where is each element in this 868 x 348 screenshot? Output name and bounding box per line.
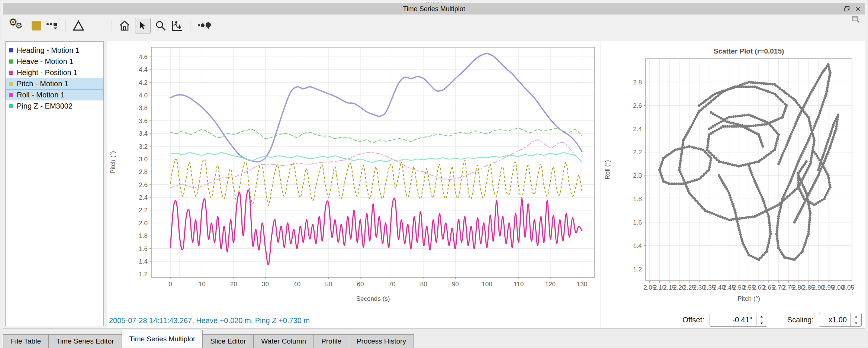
- scaling-increment-button[interactable]: ▲: [851, 314, 861, 319]
- svg-text:1.2: 1.2: [139, 271, 148, 278]
- svg-text:2.8: 2.8: [139, 168, 148, 175]
- scaling-label: Scaling:: [787, 316, 814, 324]
- offset-increment-button[interactable]: ▲: [756, 314, 767, 319]
- legend-label: Ping Z - EM3002: [17, 102, 73, 110]
- plot-color-swatch-button[interactable]: [32, 21, 41, 30]
- svg-text:2.0: 2.0: [139, 220, 148, 227]
- pointer-select-button[interactable]: [135, 18, 151, 33]
- heave-swatch-icon: [9, 59, 13, 64]
- svg-text:Scatter Plot (r=0.015): Scatter Plot (r=0.015): [714, 47, 784, 55]
- svg-text:Pitch (°): Pitch (°): [737, 295, 760, 302]
- svg-text:70: 70: [389, 281, 396, 288]
- svg-text:3.0: 3.0: [139, 156, 148, 163]
- height-swatch-icon: [9, 71, 13, 75]
- offset-decrement-button[interactable]: ▼: [756, 320, 767, 326]
- svg-text:10: 10: [199, 281, 206, 288]
- point-size-icon[interactable]: [197, 20, 212, 31]
- tab-water-column[interactable]: Water Column: [253, 334, 314, 348]
- bottom-tabbar: File Table Time Series Editor Time Serie…: [0, 329, 868, 348]
- zoom-icon[interactable]: [155, 20, 166, 31]
- scatter-chart-panel: 2.052.102.152.202.252.302.352.402.452.50…: [601, 41, 865, 328]
- legend-label: Heave - Motion 1: [17, 57, 73, 66]
- window-titlebar[interactable]: Time Series Multiplot: [3, 3, 865, 14]
- scaling-decrement-button[interactable]: ▼: [851, 320, 861, 326]
- legend-item-pingz[interactable]: Ping Z - EM3002: [6, 100, 103, 112]
- tab-profile[interactable]: Profile: [314, 334, 349, 348]
- svg-text:1.4: 1.4: [139, 258, 148, 265]
- svg-text:2.0: 2.0: [633, 172, 642, 179]
- svg-text:130: 130: [577, 281, 587, 288]
- svg-text:4.4: 4.4: [139, 66, 148, 73]
- svg-text:110: 110: [514, 281, 524, 288]
- legend-item-heave[interactable]: Heave - Motion 1: [6, 56, 103, 67]
- svg-text:4.2: 4.2: [139, 79, 148, 86]
- panel-divider[interactable]: [600, 41, 600, 328]
- legend-label: Pitch - Motion 1: [17, 80, 68, 88]
- svg-text:1.6: 1.6: [139, 245, 148, 252]
- legend-label: Height - Position 1: [17, 68, 77, 77]
- svg-text:1.6: 1.6: [633, 219, 642, 226]
- dock-border: [3, 328, 865, 329]
- tab-process-history[interactable]: Process History: [349, 334, 414, 348]
- tab-slice-editor[interactable]: Slice Editor: [202, 334, 254, 348]
- svg-text:2.4: 2.4: [139, 194, 148, 201]
- svg-text:Roll (°): Roll (°): [604, 160, 611, 179]
- legend-label: Heading - Motion 1: [17, 46, 80, 55]
- triangle-marker-icon[interactable]: [72, 20, 85, 32]
- svg-text:Pitch (°): Pitch (°): [109, 151, 116, 174]
- toolbar-separator: [65, 19, 65, 32]
- tab-time-series-multiplot[interactable]: Time Series Multiplot: [122, 330, 203, 348]
- svg-text:50: 50: [325, 281, 332, 288]
- svg-text:1.2: 1.2: [633, 266, 642, 273]
- offset-label: Offset:: [682, 316, 704, 324]
- point-style-menu-icon[interactable]: [46, 20, 58, 31]
- timeseries-chart[interactable]: 01020304050607080901001101201301.21.41.6…: [107, 41, 600, 306]
- toolbar-separator: [190, 19, 190, 32]
- svg-text:20: 20: [230, 281, 237, 288]
- scaling-spinbox[interactable]: x1.00 ▲▼: [819, 313, 862, 327]
- svg-text:90: 90: [452, 281, 459, 288]
- svg-text:3.2: 3.2: [139, 143, 148, 150]
- legend-item-roll[interactable]: Roll - Motion 1: [6, 89, 103, 100]
- legend-label: Roll - Motion 1: [17, 91, 65, 99]
- offset-scaling-controls: Offset: -0.41° ▲▼ Scaling: x1.00 ▲▼: [682, 313, 862, 327]
- autoscale-vertical-icon[interactable]: [171, 19, 183, 32]
- color-swatch: [32, 21, 41, 30]
- svg-text:3.6: 3.6: [139, 117, 148, 125]
- toolbar-separator: [112, 19, 112, 32]
- scatter-chart[interactable]: 2.052.102.152.202.252.302.352.402.452.50…: [601, 41, 865, 306]
- heading-swatch-icon: [9, 48, 13, 52]
- svg-text:0: 0: [168, 281, 172, 288]
- svg-text:100: 100: [482, 281, 492, 288]
- settings-gears-icon[interactable]: ⚙⚙: [8, 17, 27, 34]
- tab-file-table[interactable]: File Table: [3, 334, 49, 348]
- offset-value[interactable]: -0.41°: [710, 313, 756, 326]
- svg-text:2.6: 2.6: [139, 181, 148, 188]
- svg-text:2.2: 2.2: [633, 149, 642, 156]
- legend-item-height[interactable]: Height - Position 1: [6, 67, 103, 78]
- legend-item-pitch[interactable]: Pitch - Motion 1: [6, 78, 103, 89]
- panel-menu-icon[interactable]: [852, 16, 859, 24]
- series-legend-list: Heading - Motion 1 Heave - Motion 1 Heig…: [5, 41, 104, 326]
- svg-text:2.6: 2.6: [633, 102, 642, 109]
- svg-text:1.8: 1.8: [633, 196, 642, 203]
- svg-text:2.8: 2.8: [633, 79, 642, 86]
- pingz-swatch-icon: [9, 104, 13, 108]
- svg-text:1.8: 1.8: [139, 232, 148, 239]
- svg-text:1.4: 1.4: [633, 242, 642, 249]
- offset-spinbox[interactable]: -0.41° ▲▼: [710, 313, 767, 327]
- svg-text:3.05: 3.05: [842, 284, 854, 291]
- pointer-cursor-icon: [139, 21, 147, 30]
- svg-text:80: 80: [420, 281, 427, 288]
- pitch-swatch-icon: [9, 82, 13, 86]
- home-view-icon[interactable]: [119, 20, 131, 31]
- svg-text:40: 40: [293, 281, 300, 288]
- close-icon[interactable]: [855, 6, 861, 12]
- legend-item-heading[interactable]: Heading - Motion 1: [6, 45, 103, 56]
- timeseries-chart-panel: 01020304050607080901001101201301.21.41.6…: [107, 41, 600, 328]
- svg-text:60: 60: [357, 281, 364, 288]
- float-window-icon[interactable]: [844, 6, 850, 12]
- svg-text:2.4: 2.4: [633, 126, 642, 133]
- scaling-value[interactable]: x1.00: [819, 313, 851, 326]
- tab-time-series-editor[interactable]: Time Series Editor: [48, 334, 122, 348]
